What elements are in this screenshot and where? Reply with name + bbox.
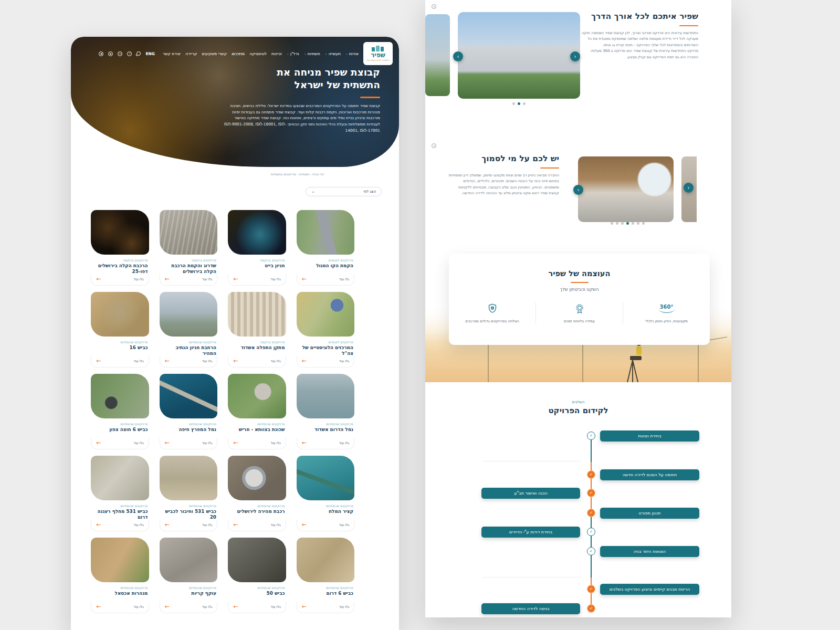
arrow-left-icon[interactable]: ←: [233, 358, 238, 364]
discover-more-link[interactable]: גלו עוד: [271, 441, 281, 445]
project-card[interactable]: פרויקטים שהסתיימו עוקף קריות גלו עוד ←: [160, 538, 218, 609]
nav-menu-item[interactable]: זכיינות ⌄: [271, 51, 282, 56]
arrow-left-icon[interactable]: ←: [302, 358, 307, 364]
project-card[interactable]: פרויקטים שהסתיימו כביש 50 גלו עוד ←: [228, 538, 286, 609]
arrow-left-icon[interactable]: ←: [233, 440, 238, 446]
discover-more-link[interactable]: גלו עוד: [271, 523, 281, 527]
search-icon[interactable]: [136, 51, 141, 56]
discover-more-link[interactable]: גלו עוד: [339, 277, 349, 281]
project-card[interactable]: פרויקטים שהסתיימו כביש 16 גלו עוד ←: [91, 292, 149, 363]
carousel-next-button[interactable]: ›: [684, 183, 694, 193]
arrow-left-icon[interactable]: ←: [165, 276, 170, 282]
project-photo: [91, 456, 149, 500]
discover-more-link[interactable]: גלו עוד: [339, 605, 349, 608]
discover-more-link[interactable]: גלו עוד: [134, 359, 144, 363]
nav-menu-item[interactable]: קריירה ⌄: [185, 51, 197, 56]
discover-more-link[interactable]: גלו עוד: [134, 441, 144, 445]
arrow-left-icon[interactable]: ←: [165, 604, 170, 610]
project-card[interactable]: פרויקטים שהסתיימו נמל הדרום אשדוד גלו עו…: [297, 374, 355, 445]
social-icon[interactable]: ▶: [108, 51, 113, 56]
discover-more-link[interactable]: גלו עוד: [271, 605, 281, 608]
arrow-left-icon[interactable]: ←: [302, 522, 307, 528]
arrow-left-icon[interactable]: ←: [302, 604, 307, 610]
arrow-left-icon[interactable]: ←: [96, 604, 101, 610]
nav-menu-item[interactable]: אודות ⌄: [345, 51, 359, 56]
nav-menu-item[interactable]: תעשייה ⌄: [325, 51, 341, 56]
project-card[interactable]: פרויקטים שהסתיימו כביש 531 וחיבור לכביש …: [160, 456, 218, 527]
discover-more-link[interactable]: גלו עוד: [339, 523, 349, 527]
nav-item-label: access: [232, 51, 245, 56]
social-icon[interactable]: in: [118, 51, 122, 56]
discover-more-link[interactable]: גלו עוד: [271, 277, 281, 281]
discover-more-link[interactable]: גלו עוד: [202, 523, 212, 527]
arrow-left-icon[interactable]: ←: [165, 358, 170, 364]
timeline-step: הוצאות היתר בניה: [600, 546, 699, 557]
discover-more-link[interactable]: גלו עוד: [202, 359, 212, 363]
discover-more-link[interactable]: גלו עוד: [202, 605, 212, 608]
project-category-tag: פרויקטים שהסתיימו: [229, 586, 285, 590]
project-card[interactable]: פרויקטים שהסתיימו שכונת בצוותא - חריש גל…: [228, 374, 286, 445]
language-switch[interactable]: ENG: [145, 51, 155, 56]
project-card[interactable]: פרויקטים שהסתיימו מנהרות אכסאל גלו עוד ←: [91, 538, 149, 609]
arrow-left-icon[interactable]: ←: [96, 358, 101, 364]
carousel-prev-button[interactable]: ‹: [573, 185, 583, 195]
feature-label: עמידה בלוחות זמנים: [540, 319, 618, 323]
arrow-left-icon[interactable]: ←: [233, 522, 238, 528]
project-photo: [228, 292, 286, 337]
page-title: קבוצת שפיר מניחה את התשתית של ישראל: [223, 66, 380, 91]
project-title: מנהרות אכסאל: [92, 591, 148, 602]
discover-more-link[interactable]: גלו עוד: [339, 359, 349, 363]
project-photo: [160, 456, 218, 500]
nav-menu-item[interactable]: יצירת קשר ⌄: [163, 51, 181, 56]
arrow-left-icon[interactable]: ←: [302, 440, 307, 446]
timeline-node-check-icon: ✓: [587, 489, 595, 497]
project-card[interactable]: פרויקטים שהסתיימו רכבת מהירה לירושלים גל…: [228, 456, 286, 527]
project-card[interactable]: פרויקטים לאומיים המרכזים הלוגיסטיים של צ…: [297, 292, 355, 363]
arrow-left-icon[interactable]: ←: [233, 276, 238, 282]
nav-item-label: נדל"ן: [290, 51, 299, 56]
nav-menu-item[interactable]: נדל"ן ⌄: [287, 51, 299, 56]
project-card[interactable]: פרויקטים שהסתיימו קציר המלח גלו עוד ←: [297, 456, 355, 527]
project-card[interactable]: פרויקטים בהקמה שדרוג והקמת הרכבת הקלה בי…: [160, 210, 218, 281]
discover-more-link[interactable]: גלו עוד: [202, 277, 212, 281]
nav-item-label: תעשייה: [329, 51, 341, 56]
breadcrumb[interactable]: דף הבית ‹ תשתיות ‹ פרויקטים בתשתיות: [271, 172, 324, 176]
arrow-left-icon[interactable]: ←: [96, 522, 101, 528]
social-icon[interactable]: f: [127, 51, 132, 56]
project-card[interactable]: פרויקטים שהסתיימו נמל המפרץ חיפה גלו עוד…: [160, 374, 218, 445]
discover-more-link[interactable]: גלו עוד: [134, 277, 144, 281]
arrow-left-icon[interactable]: ←: [233, 604, 238, 610]
nav-menu-item[interactable]: תשתיות ⌄: [304, 51, 320, 56]
project-card[interactable]: פרויקטים שהסתיימו כביש 6 דרום גלו עוד ←: [297, 538, 355, 609]
project-card-footer: גלו עוד ←: [160, 356, 218, 368]
discover-more-link[interactable]: גלו עוד: [202, 441, 212, 445]
nav-menu-item[interactable]: לוגיסטיקה ⌄: [249, 51, 267, 56]
project-category-tag: פרויקטים שהסתיימו: [92, 504, 148, 508]
social-icon[interactable]: ◉: [99, 51, 103, 56]
arrow-left-icon[interactable]: ←: [165, 522, 170, 528]
sort-dropdown[interactable]: הצג לפי ⌄: [306, 187, 382, 196]
project-category-tag: פרויקטים שהסתיימו: [161, 586, 217, 590]
shapir-logo[interactable]: שפיר השותפה לחיים טובים יותר: [363, 42, 393, 65]
nav-menu-item[interactable]: access ⌄: [232, 51, 245, 56]
nav-menu-item[interactable]: קשרי משקיעים ⌄: [202, 51, 227, 56]
arrow-left-icon[interactable]: ←: [96, 276, 101, 282]
project-card[interactable]: פרויקטים לאומיים הקמת הקו הסגול גלו עוד …: [297, 210, 355, 281]
project-card[interactable]: פרויקטים בהקמה חניון בייט גלו עוד ←: [228, 210, 286, 281]
arrow-left-icon[interactable]: ←: [96, 440, 101, 446]
project-card[interactable]: פרויקטים שהסתיימו כביש 6 חוצה צפון גלו ע…: [91, 374, 149, 445]
discover-more-link[interactable]: גלו עוד: [271, 359, 281, 363]
carousel-prev-button[interactable]: ‹: [453, 51, 463, 61]
discover-more-link[interactable]: גלו עוד: [339, 441, 349, 445]
discover-more-link[interactable]: גלו עוד: [134, 605, 144, 608]
project-card[interactable]: פרויקטים שהסתיימו כביש 531 מחלף רעננה דר…: [91, 456, 149, 527]
arrow-left-icon[interactable]: ←: [165, 440, 170, 446]
carousel-next-button[interactable]: ›: [570, 51, 580, 61]
arrow-left-icon[interactable]: ←: [302, 276, 307, 282]
discover-more-link[interactable]: גלו עוד: [134, 523, 144, 527]
project-card[interactable]: פרויקטים בהקמה מתקן התפלה אשדוד גלו עוד …: [228, 292, 286, 363]
project-card[interactable]: פרויקטים בהקמה הרכבת הקלה בירושלים דפו-2…: [91, 210, 149, 281]
project-card[interactable]: פרויקטים שהסתיימו הרחבת חניון הנתיב המהי…: [160, 292, 218, 363]
project-photo: [160, 292, 218, 337]
chevron-down-icon: ⌄: [304, 52, 307, 55]
